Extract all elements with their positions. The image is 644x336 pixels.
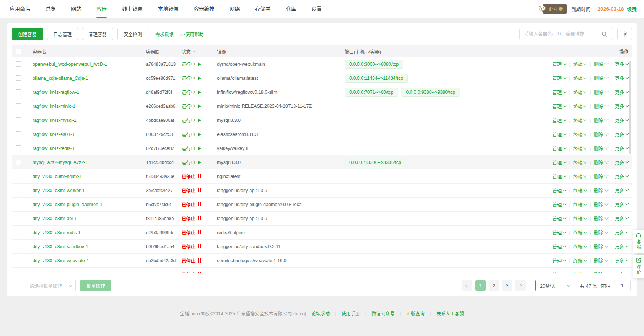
- renew-link[interactable]: 续费: [627, 6, 637, 13]
- footer-link[interactable]: 论坛求助: [311, 310, 330, 317]
- row-action-link[interactable]: 管理: [552, 61, 566, 68]
- rate-feedback-widget[interactable]: 评价: [633, 255, 644, 278]
- row-action-link[interactable]: 管理: [552, 257, 566, 264]
- container-name-link[interactable]: dify_v130_c3mr-web-1: [33, 272, 79, 273]
- container-name-link[interactable]: mysql_a7z2-mysql_A7z2-1: [33, 160, 88, 165]
- row-action-link[interactable]: 更多: [608, 89, 628, 96]
- footer-link[interactable]: 微信公众号: [360, 310, 395, 317]
- row-action-link[interactable]: 删除: [587, 61, 607, 68]
- log-manage-button[interactable]: 日志管理: [47, 28, 78, 40]
- feedback-link[interactable]: 需求反馈: [155, 31, 174, 38]
- row-action-link[interactable]: 终端: [566, 159, 587, 166]
- row-action-link[interactable]: 更多: [608, 229, 628, 236]
- row-checkbox[interactable]: [16, 131, 21, 137]
- row-action-link[interactable]: 删除: [587, 75, 607, 82]
- row-checkbox[interactable]: [16, 117, 21, 123]
- batch-select-all-checkbox[interactable]: [16, 283, 21, 288]
- page-number-button[interactable]: 3: [502, 280, 512, 291]
- row-action-link[interactable]: 管理: [552, 201, 566, 208]
- row-action-link[interactable]: 更多: [608, 61, 628, 68]
- row-action-link[interactable]: 更多: [608, 243, 628, 250]
- batch-operation-select[interactable]: 请选择批量操作: [26, 280, 76, 291]
- container-name-link[interactable]: dify_v130_c3mr-weaviate-1: [33, 258, 89, 263]
- nav-tab[interactable]: 存储卷: [255, 0, 271, 18]
- vertical-scrollbar[interactable]: [629, 61, 631, 154]
- nav-tab[interactable]: 线上镜像: [122, 0, 143, 18]
- row-action-link[interactable]: 管理: [552, 117, 566, 124]
- nav-tab[interactable]: 网站: [71, 0, 81, 18]
- row-action-link[interactable]: 更多: [608, 103, 628, 110]
- row-action-link[interactable]: 删除: [587, 187, 607, 194]
- row-checkbox[interactable]: [16, 89, 21, 95]
- row-action-link[interactable]: 终端: [566, 61, 587, 68]
- prev-page-button[interactable]: [462, 280, 472, 291]
- nav-tab[interactable]: 本地镜像: [158, 0, 179, 18]
- row-action-link[interactable]: 终端: [566, 131, 587, 138]
- row-checkbox[interactable]: [16, 244, 21, 249]
- row-action-link[interactable]: 管理: [552, 145, 566, 152]
- footer-link[interactable]: 正版查询: [394, 310, 424, 317]
- clean-container-button[interactable]: 清理容器: [82, 28, 113, 40]
- container-name-link[interactable]: ragflow_kr4z-ragflow-1: [33, 90, 79, 95]
- row-action-link[interactable]: 终端: [566, 257, 587, 264]
- row-action-link[interactable]: 更多: [608, 257, 628, 264]
- container-name-link[interactable]: ragflow_kr4z-mysql-1: [33, 118, 77, 123]
- row-action-link[interactable]: 终端: [566, 229, 587, 236]
- row-action-link[interactable]: 更多: [608, 173, 628, 180]
- batch-operation-button[interactable]: 批量操作: [80, 280, 111, 291]
- row-action-link[interactable]: 管理: [552, 103, 566, 110]
- search-input[interactable]: [520, 28, 596, 40]
- row-action-link[interactable]: 更多: [608, 145, 628, 152]
- row-action-link[interactable]: 管理: [552, 271, 566, 273]
- row-action-link[interactable]: 删除: [587, 159, 607, 166]
- row-action-link[interactable]: 管理: [552, 243, 566, 250]
- create-container-button[interactable]: 创建容器: [12, 28, 43, 40]
- row-action-link[interactable]: 管理: [552, 215, 566, 222]
- container-name-link[interactable]: ragflow_kr4z-es01-1: [33, 132, 74, 137]
- row-action-link[interactable]: 删除: [587, 145, 607, 152]
- nav-tab[interactable]: 容器: [96, 0, 107, 18]
- row-checkbox[interactable]: [16, 230, 21, 235]
- header-status-filter[interactable]: 状态: [182, 48, 217, 55]
- select-all-checkbox[interactable]: [16, 49, 21, 54]
- nav-tab[interactable]: 设置: [311, 0, 322, 18]
- container-name-link[interactable]: dify_v130_c3mr-sandbox-1: [33, 244, 88, 249]
- nav-tab[interactable]: 总览: [45, 0, 56, 18]
- row-action-link[interactable]: 更多: [608, 75, 628, 82]
- settings-button[interactable]: [617, 28, 632, 40]
- security-check-button[interactable]: 安全检测: [117, 28, 148, 40]
- row-action-link[interactable]: 终端: [566, 145, 587, 152]
- row-action-link[interactable]: 删除: [587, 201, 607, 208]
- row-action-link[interactable]: 终端: [566, 215, 587, 222]
- row-action-link[interactable]: 删除: [587, 229, 607, 236]
- container-name-link[interactable]: openwebui_iwcd-openwebui_iwcD-1: [33, 62, 107, 67]
- footer-link[interactable]: 使用手册: [330, 310, 360, 317]
- row-action-link[interactable]: 终端: [566, 187, 587, 194]
- row-action-link[interactable]: 删除: [587, 103, 607, 110]
- row-checkbox[interactable]: [16, 202, 21, 207]
- container-name-link[interactable]: dify_v130_c3mr-nginx-1: [33, 174, 82, 179]
- row-checkbox[interactable]: [16, 75, 21, 81]
- row-action-link[interactable]: 更多: [608, 201, 628, 208]
- row-action-link[interactable]: 管理: [552, 229, 566, 236]
- customer-service-widget[interactable]: 客服: [633, 230, 644, 253]
- goto-page-input[interactable]: [614, 280, 631, 291]
- row-action-link[interactable]: 删除: [587, 131, 607, 138]
- row-action-link[interactable]: 更多: [608, 131, 628, 138]
- page-size-select[interactable]: 20条/页: [535, 280, 574, 291]
- nav-tab[interactable]: 容器编排: [194, 0, 214, 18]
- row-action-link[interactable]: 终端: [566, 271, 587, 273]
- row-checkbox[interactable]: [16, 216, 21, 221]
- row-action-link[interactable]: 终端: [566, 117, 587, 124]
- row-action-link[interactable]: 更多: [608, 215, 628, 222]
- row-action-link[interactable]: 管理: [552, 187, 566, 194]
- footer-link[interactable]: 联系人工客服: [425, 310, 464, 317]
- container-name-link[interactable]: ragflow_kr4z-minio-1: [33, 104, 75, 109]
- row-action-link[interactable]: 终端: [566, 201, 587, 208]
- row-action-link[interactable]: 终端: [566, 103, 587, 110]
- container-name-link[interactable]: dify_v130_c3mr-redis-1: [33, 230, 81, 235]
- row-checkbox[interactable]: [16, 145, 21, 151]
- container-name-link[interactable]: dify_v130_c3mr-plugin_daemon-1: [33, 202, 102, 207]
- container-name-link[interactable]: dify_v130_c3mr-worker-1: [33, 188, 85, 193]
- row-action-link[interactable]: 管理: [552, 159, 566, 166]
